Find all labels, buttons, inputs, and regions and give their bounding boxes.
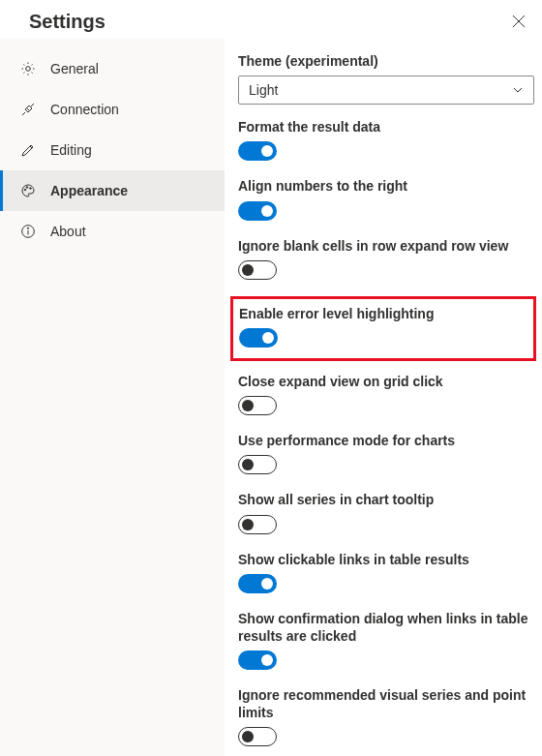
info-icon [19,223,37,240]
settings-content: Theme (experimental) Light Format the re… [225,39,542,756]
svg-point-4 [26,187,28,189]
setting-format-result: Format the result data [238,118,534,164]
toggle-all-series[interactable] [238,515,277,534]
setting-theme: Theme (experimental) Light [238,52,534,105]
plug-icon [19,101,37,118]
settings-sidebar: General Connection Editing Appearance [0,39,225,756]
sidebar-item-about[interactable]: About [0,211,225,252]
setting-confirm-links: Show confirmation dialog when links in t… [238,610,534,673]
toggle-perf-mode[interactable] [238,455,277,474]
setting-align-numbers: Align numbers to the right [238,177,534,223]
toggle-ignore-limits[interactable] [238,727,277,746]
setting-label: Theme (experimental) [238,52,534,70]
svg-point-8 [27,227,28,228]
svg-point-2 [26,67,31,72]
sidebar-item-label: Connection [50,102,119,117]
gear-icon [19,60,37,77]
sidebar-item-label: Appearance [50,183,128,198]
select-value: Light [249,82,278,98]
settings-header: Settings [0,0,542,39]
setting-label: Format the result data [238,118,534,136]
svg-point-3 [24,189,26,191]
setting-ignore-limits: Ignore recommended visual series and poi… [238,686,534,749]
toggle-close-expand[interactable] [238,396,277,415]
toggle-error-highlight[interactable] [239,328,278,348]
toggle-clickable-links[interactable] [238,574,277,593]
sidebar-item-label: Editing [50,142,92,158]
setting-label: Enable error level highlighting [239,305,527,322]
setting-label: Align numbers to the right [238,177,534,195]
toggle-format-result[interactable] [238,141,277,161]
sidebar-item-label: About [50,224,86,239]
setting-label: Show all series in chart tooltip [238,491,534,508]
setting-label: Ignore recommended visual series and poi… [238,686,534,721]
close-icon [512,15,526,28]
highlighted-setting: Enable error level highlighting [230,296,536,361]
setting-ignore-blank: Ignore blank cells in row expand row vie… [238,237,534,283]
sidebar-item-connection[interactable]: Connection [0,89,225,130]
theme-select[interactable]: Light [238,76,534,105]
pencil-icon [19,141,37,159]
chevron-down-icon [512,84,524,96]
close-button[interactable] [507,10,530,33]
sidebar-item-general[interactable]: General [0,48,225,89]
toggle-ignore-blank[interactable] [238,260,277,280]
sidebar-item-appearance[interactable]: Appearance [0,170,225,211]
setting-label: Show confirmation dialog when links in t… [238,610,534,645]
toggle-align-numbers[interactable] [238,201,277,221]
setting-label: Close expand view on grid click [238,373,534,390]
svg-point-5 [30,188,32,190]
setting-error-highlight: Enable error level highlighting [239,305,527,350]
sidebar-item-label: General [50,61,99,76]
setting-label: Use performance mode for charts [238,432,534,449]
setting-close-expand: Close expand view on grid click [238,373,534,418]
setting-label: Show clickable links in table results [238,551,534,568]
setting-perf-mode: Use performance mode for charts [238,432,534,477]
setting-label: Ignore blank cells in row expand row vie… [238,237,534,255]
setting-clickable-links: Show clickable links in table results [238,551,534,596]
page-title: Settings [29,11,105,33]
sidebar-item-editing[interactable]: Editing [0,130,225,170]
palette-icon [19,182,37,199]
toggle-confirm-links[interactable] [238,650,277,670]
setting-all-series: Show all series in chart tooltip [238,491,534,536]
